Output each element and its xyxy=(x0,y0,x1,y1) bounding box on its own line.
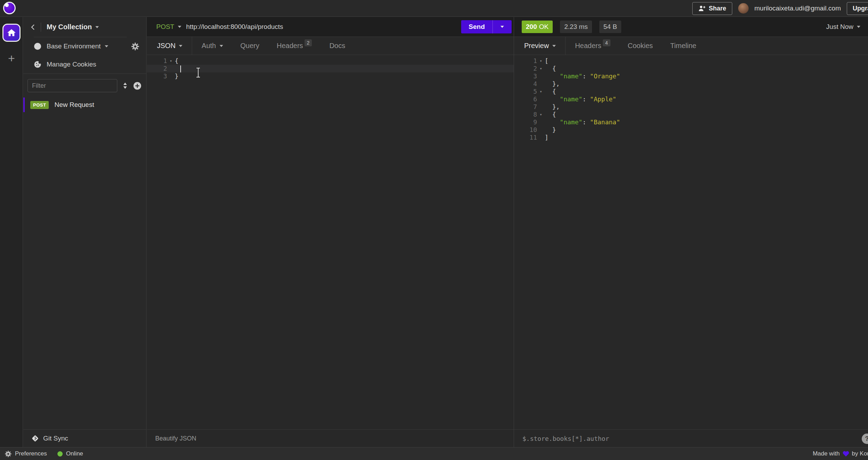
line-number: 3 xyxy=(147,72,167,80)
add-request-button[interactable] xyxy=(133,81,142,90)
add-workspace-button[interactable]: + xyxy=(0,49,23,67)
activity-rail: + xyxy=(0,17,23,447)
tab-separator xyxy=(192,37,192,55)
request-list-item[interactable]: POSTNew Request xyxy=(23,98,146,112)
url-bar: POST http://localhost:8000/api/products … xyxy=(147,17,514,37)
code-text: { xyxy=(545,65,556,72)
token-punct: { xyxy=(545,111,556,118)
upgrade-button[interactable]: Upgrade xyxy=(847,2,868,15)
help-icon[interactable]: ? xyxy=(862,434,868,444)
environment-selector[interactable]: Base Environment xyxy=(23,37,146,55)
back-button[interactable] xyxy=(30,24,36,30)
made-with-kong: Made with by Kong xyxy=(813,450,868,457)
code-line[interactable]: 3 "name": "Orange" xyxy=(514,72,868,80)
manage-cookies[interactable]: Manage Cookies xyxy=(23,55,146,73)
sort-button[interactable] xyxy=(122,82,128,89)
response-tab-cookies[interactable]: Cookies xyxy=(619,37,662,55)
beautify-json-button[interactable]: Beautify JSON xyxy=(155,435,196,442)
line-number: 1 xyxy=(147,57,167,65)
response-filter-input[interactable] xyxy=(522,435,703,442)
code-line[interactable]: 5▾ { xyxy=(514,88,868,95)
preferences-gear-icon xyxy=(5,451,11,457)
code-line[interactable]: 9 "name": "Banana" xyxy=(514,118,868,126)
topbar-right: Share murilocaixeta.udi@gmail.com Upgrad… xyxy=(692,0,868,17)
sidebar: My Collection Base Environment xyxy=(23,17,147,447)
chevron-down-icon xyxy=(179,45,182,47)
request-method[interactable]: POST xyxy=(156,23,174,31)
made-with-suffix: by Kong xyxy=(852,450,868,457)
token-punct: { xyxy=(545,88,556,95)
chevron-down-icon[interactable] xyxy=(178,26,181,28)
token-punct: : xyxy=(582,118,590,126)
code-line[interactable]: 3} xyxy=(147,72,514,80)
code-text: } xyxy=(175,72,179,80)
code-line[interactable]: 7 }, xyxy=(514,103,868,111)
request-tabs: JSONAuthQueryHeaders2Docs xyxy=(147,37,514,55)
response-tab-preview[interactable]: Preview xyxy=(515,37,565,55)
request-tab-docs[interactable]: Docs xyxy=(321,37,354,55)
request-tab-query[interactable]: Query xyxy=(232,37,268,55)
code-line[interactable]: 8▾ { xyxy=(514,111,868,118)
code-line[interactable]: 1▾{ xyxy=(147,57,514,65)
request-tab-headers[interactable]: Headers2 xyxy=(268,37,321,55)
code-line[interactable]: 11] xyxy=(514,134,868,141)
line-number: 11 xyxy=(514,134,537,141)
token-punct: [ xyxy=(545,57,549,64)
fold-arrow-icon: ▾ xyxy=(537,65,545,72)
code-text: { xyxy=(545,111,556,118)
code-line[interactable]: 10 } xyxy=(514,126,868,134)
code-line[interactable]: 2 xyxy=(147,65,514,72)
response-body-viewer[interactable]: 1▾[2▾ {3 "name": "Orange"4 },5▾ {6 "name… xyxy=(514,55,868,429)
chevron-down-icon[interactable] xyxy=(95,26,99,28)
code-text: } xyxy=(545,126,556,134)
line-number: 10 xyxy=(514,126,537,134)
request-tab-json[interactable]: JSON xyxy=(148,37,191,55)
response-size-badge: 54 B xyxy=(599,21,621,33)
code-text: ] xyxy=(545,134,549,141)
online-status[interactable]: Online xyxy=(57,450,83,457)
code-text: { xyxy=(175,57,179,65)
header-separator xyxy=(41,23,41,32)
tab-separator xyxy=(565,37,566,55)
response-tab-headers[interactable]: Headers4 xyxy=(566,37,619,55)
request-url[interactable]: http://localhost:8000/api/products xyxy=(186,23,283,31)
tab-label: Query xyxy=(240,42,259,50)
send-options-button[interactable] xyxy=(493,26,512,28)
send-button[interactable]: Send xyxy=(461,20,512,33)
token-punct: { xyxy=(545,65,556,72)
tab-label: Headers xyxy=(575,42,601,50)
code-text: }, xyxy=(545,80,560,88)
code-line[interactable]: 1▾[ xyxy=(514,57,868,65)
share-button[interactable]: Share xyxy=(692,2,732,15)
cookie-icon xyxy=(34,61,41,68)
fold-arrow-icon: ▾ xyxy=(167,57,175,65)
request-filter-input[interactable] xyxy=(27,79,117,92)
token-key: "name" xyxy=(560,118,582,126)
code-text: { xyxy=(545,88,556,95)
sidebar-filter-row xyxy=(23,74,146,98)
preferences-button[interactable]: Preferences xyxy=(5,450,47,457)
user-avatar[interactable] xyxy=(738,3,749,14)
back-chevron-icon xyxy=(30,24,36,30)
code-line[interactable]: 2▾ { xyxy=(514,65,868,72)
request-body-editor[interactable]: 1▾{23} xyxy=(147,55,514,429)
environment-label: Base Environment xyxy=(47,42,101,50)
user-email[interactable]: murilocaixeta.udi@gmail.com xyxy=(755,5,841,12)
add-circle-icon xyxy=(133,81,142,90)
code-line[interactable]: 4 }, xyxy=(514,80,868,88)
token-punct: } xyxy=(545,126,556,133)
collection-name[interactable]: My Collection xyxy=(47,23,92,31)
response-history-dropdown[interactable]: Just Now xyxy=(826,23,860,31)
insomnia-logo-icon xyxy=(3,2,16,14)
response-timestamp: Just Now xyxy=(826,23,853,31)
environment-circle-icon xyxy=(34,42,41,50)
response-tab-timeline[interactable]: Timeline xyxy=(662,37,705,55)
environment-settings-button[interactable] xyxy=(131,42,139,50)
git-sync-button[interactable]: Git Sync xyxy=(23,429,146,447)
request-tab-auth[interactable]: Auth xyxy=(193,37,231,55)
home-button[interactable] xyxy=(2,24,21,42)
manage-cookies-label: Manage Cookies xyxy=(47,61,96,68)
code-line[interactable]: 6 "name": "Apple" xyxy=(514,95,868,103)
token-punct xyxy=(545,95,560,103)
chevron-down-icon xyxy=(857,26,860,28)
